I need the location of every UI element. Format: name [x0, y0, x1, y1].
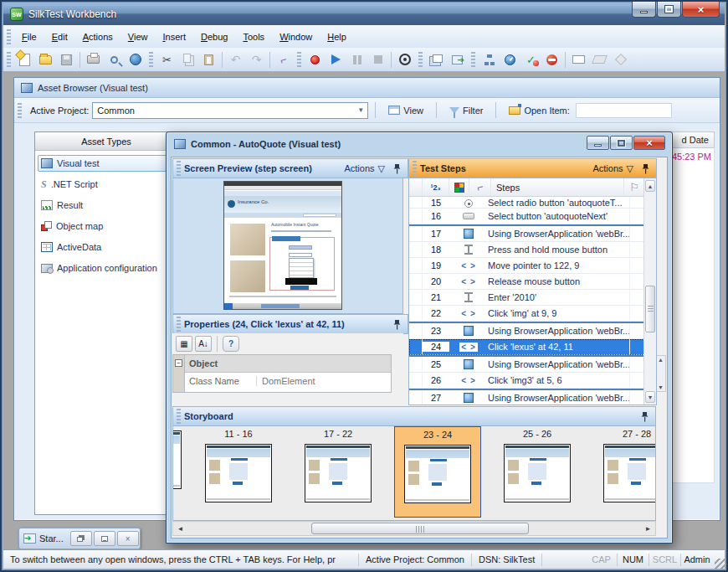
test-step-row[interactable]: 25 Using BrowserApplication 'webBr... — [409, 357, 644, 373]
scroll-down-button[interactable]: ▼ — [645, 391, 655, 403]
scroll-left-button[interactable]: ◄ — [174, 523, 187, 534]
restore-button[interactable] — [70, 531, 92, 546]
block-button[interactable] — [541, 50, 562, 70]
test-step-row[interactable]: 18 Press and hold mouse button — [409, 242, 644, 258]
close-button[interactable]: × — [682, 2, 720, 18]
chevron-down-icon[interactable]: ▼ — [354, 103, 367, 118]
minimize-button[interactable] — [94, 531, 115, 546]
copy-button[interactable] — [177, 50, 198, 70]
close-button[interactable]: × — [117, 531, 139, 546]
test-step-row[interactable]: 20 < > Release mouse button — [409, 274, 644, 290]
storyboard-thumb-11-16[interactable]: 11 - 16 — [195, 429, 282, 502]
toolbar-grip[interactable] — [18, 103, 22, 118]
steps-column-header[interactable]: Steps — [491, 178, 624, 196]
shape-diamond-button[interactable] — [610, 50, 631, 70]
new-button[interactable] — [14, 50, 35, 70]
sort-az-button[interactable]: A↓ — [195, 336, 212, 352]
paste-button[interactable] — [198, 50, 219, 70]
copy-window-button[interactable] — [426, 50, 447, 70]
asset-type-object-map[interactable]: Object map — [38, 218, 175, 234]
gauge-button[interactable] — [500, 50, 520, 70]
toolbar-grip[interactable] — [7, 52, 11, 67]
flowchart-button[interactable] — [479, 50, 500, 70]
scrollbar-thumb[interactable] — [311, 523, 529, 534]
scroll-up-button[interactable]: ▲ — [645, 180, 655, 192]
toolbar-grip[interactable] — [471, 52, 475, 67]
categorized-button[interactable]: ▦ — [176, 336, 192, 352]
test-step-row[interactable]: 22 < > Click 'img' at 9, 9 — [409, 306, 644, 322]
print-preview-button[interactable] — [104, 50, 125, 70]
test-step-row-selected[interactable]: 24 < > Click 'lexus' at 42, 11 — [409, 339, 644, 355]
scroll-down-icon[interactable]: ▼ — [658, 384, 664, 390]
shape-rect-button[interactable] — [568, 50, 589, 70]
screen-column-header[interactable] — [449, 178, 469, 196]
class-name-row[interactable]: Class Name DomElement — [185, 373, 391, 389]
record-button[interactable] — [305, 50, 326, 70]
open-item-input[interactable] — [576, 103, 672, 118]
sync-button[interactable] — [125, 50, 146, 70]
step-number-column-header[interactable]: ¹2₃ — [423, 178, 449, 196]
asset-type-visual-test[interactable]: Visual test — [38, 155, 175, 172]
panel-grip[interactable] — [413, 161, 417, 176]
test-step-row[interactable]: 23 Using BrowserApplication 'webBr... — [409, 323, 644, 339]
menu-view[interactable]: View — [120, 28, 156, 45]
minimized-start-window[interactable]: Star... × — [18, 528, 141, 549]
play-button[interactable] — [326, 50, 346, 70]
filter-button[interactable]: Filter — [443, 104, 489, 117]
menu-file[interactable]: File — [14, 28, 44, 45]
close-button[interactable]: × — [633, 136, 665, 150]
asset-browser-titlebar[interactable]: Asset Browser (Visual test) — [14, 78, 720, 98]
identify-object-button[interactable] — [394, 50, 415, 70]
scrollbar-thumb[interactable] — [645, 286, 655, 332]
screen-preview-actions[interactable]: Actions ▽ — [344, 163, 385, 174]
pin-button[interactable] — [393, 319, 401, 330]
test-step-row[interactable]: 26 < > Click 'img3' at 5, 6 — [409, 373, 644, 389]
pin-button[interactable] — [393, 163, 401, 174]
cut-button[interactable]: ✂ — [156, 50, 177, 70]
screen-preview-area[interactable]: Insurance Co. Automobile Instant Quote — [172, 178, 403, 314]
menu-debug[interactable]: Debug — [193, 28, 235, 45]
test-steps-actions[interactable]: Actions ▽ — [592, 163, 633, 174]
collapse-expander[interactable]: − — [175, 359, 182, 367]
asset-type-net-script[interactable]: S .NET Script — [38, 176, 175, 193]
scroll-up-icon[interactable]: ▲ — [658, 357, 664, 363]
open-item-button[interactable]: Open Item: — [503, 104, 575, 117]
redo-button[interactable]: ↷ — [246, 50, 267, 70]
test-step-row[interactable]: 27 Using BrowserApplication 'webBr... — [409, 390, 644, 405]
menu-edit[interactable]: Edit — [44, 28, 75, 45]
test-step-row[interactable]: 19 < > Move pointer to 122, 9 — [409, 258, 644, 274]
asset-type-activedata[interactable]: ActiveData — [38, 239, 175, 255]
test-step-row[interactable]: 17 Using BrowserApplication 'webBr... — [409, 226, 644, 242]
storyboard-scrollbar[interactable]: ◄ ► — [172, 521, 656, 536]
storyboard-thumb-25-26[interactable]: 25 - 26 — [494, 429, 581, 502]
object-group-row[interactable]: Object — [185, 355, 391, 373]
view-button[interactable]: View — [382, 104, 429, 117]
menu-help[interactable]: Help — [320, 28, 354, 45]
scroll-right-button[interactable]: ► — [642, 523, 654, 534]
test-step-row[interactable]: 21 Enter '2010' — [409, 290, 644, 306]
blank-column-header[interactable] — [409, 178, 423, 196]
minimize-button[interactable] — [587, 136, 609, 150]
active-project-combo[interactable]: Common ▼ — [92, 102, 368, 119]
panel-grip[interactable] — [177, 317, 181, 332]
stop-button[interactable] — [367, 50, 388, 70]
storyboard-thumb-partial[interactable] — [173, 430, 182, 491]
panel-grip[interactable] — [177, 161, 181, 176]
test-steps-scrollbar[interactable]: ▲ ▼ — [643, 178, 656, 405]
menu-insert[interactable]: Insert — [155, 28, 193, 45]
test-step-row[interactable]: 16 Select button 'autoquoteNext' — [409, 209, 644, 224]
print-button[interactable] — [83, 50, 104, 70]
toolbar-grip[interactable] — [418, 52, 423, 67]
asset-type-app-config[interactable]: Application configuration — [38, 260, 175, 276]
minimize-button[interactable] — [632, 2, 656, 18]
menu-window[interactable]: Window — [272, 28, 320, 45]
storyboard-thumb-23-24-selected[interactable]: 23 - 24 — [394, 426, 481, 518]
help-button[interactable]: ? — [223, 336, 239, 352]
maximize-button[interactable] — [657, 2, 681, 18]
panel-grip[interactable] — [177, 409, 181, 424]
pin-button[interactable] — [642, 163, 649, 174]
title-bar[interactable]: SW SilkTest Workbench — [3, 3, 725, 25]
undo-button[interactable]: ↶ — [225, 50, 246, 70]
storyboard-thumb-17-22[interactable]: 17 - 22 — [295, 429, 382, 502]
test-step-row[interactable]: 15 Select radio button 'autoquoteT... — [409, 197, 644, 209]
